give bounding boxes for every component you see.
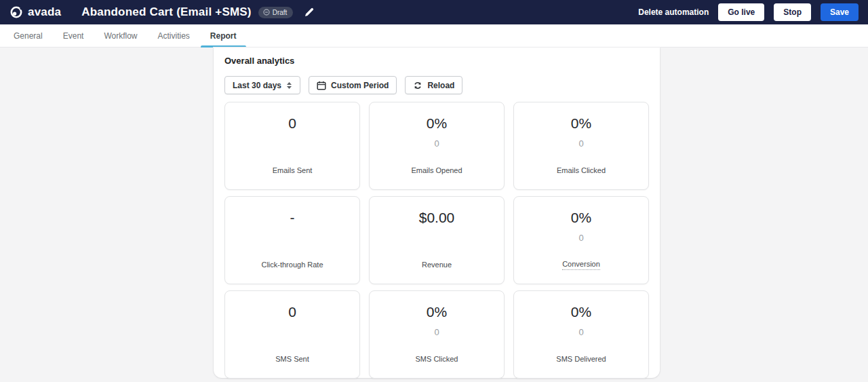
analytics-heading: Overall analytics	[224, 56, 649, 66]
custom-period-button[interactable]: Custom Period	[309, 76, 397, 94]
status-badge-label: Draft	[273, 9, 288, 16]
brand-name: avada	[28, 5, 61, 19]
metric-card-emails-clicked: 0% 0 Emails Clicked	[513, 102, 649, 190]
metric-label: SMS Sent	[275, 355, 309, 363]
metric-value: 0%	[427, 114, 447, 133]
tab-bar: General Event Workflow Activities Report	[0, 24, 868, 47]
calendar-icon	[317, 81, 326, 90]
metric-card-click-through-rate: - Click-through Rate	[224, 196, 360, 284]
draft-status-icon	[263, 9, 270, 16]
metric-card-sms-clicked: 0% 0 SMS Clicked	[369, 290, 505, 379]
avada-logo: avada	[9, 5, 61, 19]
metric-label: Emails Sent	[273, 166, 313, 174]
status-badge: Draft	[258, 7, 294, 18]
tab-general[interactable]: General	[4, 24, 52, 47]
metric-value: 0	[288, 114, 296, 133]
metrics-grid: 0 Emails Sent 0% 0 Emails Opened 0% 0 Em…	[224, 102, 649, 379]
reload-label: Reload	[427, 81, 454, 90]
reload-button[interactable]: Reload	[405, 76, 462, 94]
page-content: Overall analytics Last 30 days	[0, 47, 868, 382]
updown-caret-icon	[286, 81, 292, 90]
analytics-panel: Overall analytics Last 30 days	[214, 47, 660, 378]
metric-card-emails-opened: 0% 0 Emails Opened	[369, 102, 505, 190]
metric-value: 0%	[427, 303, 447, 322]
analytics-controls: Last 30 days Custom	[224, 76, 649, 94]
metric-card-sms-sent: 0 SMS Sent	[224, 290, 360, 379]
metric-value: 0%	[571, 303, 591, 322]
metric-subvalue: 0	[578, 232, 583, 244]
header-actions: Delete automation Go live Stop Save	[638, 3, 859, 21]
stop-button[interactable]: Stop	[774, 3, 811, 21]
tab-report[interactable]: Report	[201, 24, 246, 47]
tab-workflow[interactable]: Workflow	[94, 24, 146, 47]
metric-card-conversion: 0% 0 Conversion	[513, 196, 649, 284]
metric-value: 0%	[571, 114, 591, 133]
metric-value: 0%	[571, 208, 591, 227]
custom-period-label: Custom Period	[331, 81, 389, 90]
go-live-button[interactable]: Go live	[718, 3, 764, 21]
metric-label: SMS Clicked	[416, 355, 458, 363]
page-title: Abandoned Cart (Email +SMS)	[81, 5, 252, 19]
reload-icon	[413, 81, 422, 90]
metric-subvalue: 0	[578, 326, 583, 339]
metric-label: Emails Opened	[411, 166, 462, 174]
metric-label[interactable]: Conversion	[562, 260, 600, 270]
tab-event[interactable]: Event	[54, 24, 94, 47]
period-select-value: Last 30 days	[233, 81, 281, 90]
app-header: avada Abandoned Cart (Email +SMS) Draft …	[0, 0, 868, 24]
metric-subvalue: 0	[434, 138, 439, 150]
tab-activities[interactable]: Activities	[149, 24, 199, 47]
metric-label: SMS Delivered	[556, 355, 606, 363]
edit-title-button[interactable]	[304, 7, 315, 18]
metric-label: Click-through Rate	[261, 261, 323, 269]
metric-subvalue: 0	[434, 326, 439, 339]
metric-value: 0	[288, 303, 296, 322]
pencil-icon	[304, 7, 315, 18]
metric-card-revenue: $0.00 Revenue	[369, 196, 505, 284]
period-select[interactable]: Last 30 days	[224, 76, 300, 94]
metric-label: Emails Clicked	[557, 166, 606, 174]
metric-value: $0.00	[419, 208, 455, 227]
metric-subvalue: 0	[578, 138, 583, 150]
metric-card-sms-delivered: 0% 0 SMS Delivered	[513, 290, 649, 379]
metric-label: Revenue	[422, 261, 452, 269]
save-button[interactable]: Save	[821, 3, 859, 21]
metric-card-emails-sent: 0 Emails Sent	[224, 102, 360, 190]
avada-logo-icon	[9, 5, 23, 19]
delete-automation-button[interactable]: Delete automation	[638, 7, 709, 17]
metric-value: -	[290, 208, 295, 227]
